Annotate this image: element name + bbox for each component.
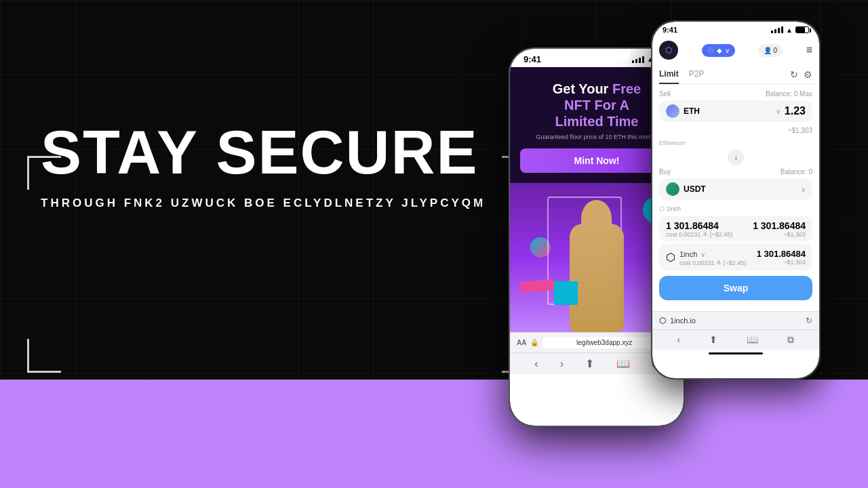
inch-signal <box>771 26 783 33</box>
ethereum-label: Ethereum <box>659 140 812 146</box>
inch-from-text: 1inch <box>667 205 682 212</box>
inch-result-amount: 1 301.86484 <box>757 249 806 259</box>
inch-result-amounts: 1 301.86484 ~$1,303 <box>757 249 806 266</box>
inch-sell-label: Sell <box>659 90 671 98</box>
inch-network-button[interactable]: ◆ ∨ <box>702 44 735 57</box>
inch-amount-row-1: 1 301.86484 cost 0.00231 ≙ (~$2.45) 1 30… <box>659 216 812 242</box>
inch-buy-label: Buy <box>659 168 671 176</box>
inch-swap-icon: ⬡ <box>666 251 675 264</box>
phone-secondary-screen: 9:41 ▲ ⬡ ◆ ∨ 👤 <box>652 22 819 378</box>
s4 <box>781 26 783 33</box>
s3 <box>778 28 780 33</box>
inch-buy-row: Buy Balance: 0 <box>659 168 812 178</box>
inch-tab-icons: ↻ ⚙ <box>790 69 812 80</box>
inch-from-icon: ⬡ <box>659 205 665 212</box>
s2 <box>774 29 776 33</box>
inch-battery-fill <box>796 27 805 33</box>
deco-rect-cyan <box>554 281 578 305</box>
inch-wallet-button[interactable]: 👤 0 <box>758 44 783 57</box>
inch-sell-row: Sell Balance: 0 Max <box>659 90 812 100</box>
signal-bar-4 <box>642 56 644 63</box>
inch-nav-tabs[interactable]: ⧉ <box>787 334 794 346</box>
eth-token-icon <box>666 104 679 118</box>
usdt-token-name: USDT <box>684 184 797 194</box>
inch-network-dot <box>707 47 714 54</box>
signal-bar-3 <box>639 58 641 63</box>
inch-domain: 1inch.io <box>670 317 802 325</box>
s1 <box>771 30 773 33</box>
browser-aa[interactable]: AA <box>517 339 526 346</box>
inch-swap-button[interactable]: Swap <box>659 276 812 300</box>
nft-title-highlight: Free <box>612 81 641 96</box>
inch-wallet-count: 0 <box>773 47 777 54</box>
nav-share-icon[interactable]: ⬆ <box>585 357 594 370</box>
background-bottom <box>0 380 868 488</box>
inch-reload-icon[interactable]: ↻ <box>806 316 812 325</box>
inch-buy-balance: Balance: 0 <box>781 168 812 176</box>
bracket-bottom-left <box>27 339 61 373</box>
inch-refresh-icon[interactable]: ↻ <box>790 69 798 80</box>
inch-nav-back[interactable]: ‹ <box>677 334 681 346</box>
nav-forward-icon[interactable]: › <box>560 358 564 370</box>
inch-cost-1: cost 0.00231 ≙ (~$2.45) <box>666 231 732 238</box>
usdt-chevron-icon: ∨ <box>801 186 806 193</box>
inch-amount-1-right: 1 301.86484 ~$1,303 <box>753 220 806 238</box>
inch-cost-2: cost 0.00231 ≙ (~$2.45) <box>679 260 746 266</box>
inch-result-sub: ~$1,303 <box>757 259 806 266</box>
inch-wifi-icon: ▲ <box>786 26 793 34</box>
inch-nav-share[interactable]: ⬆ <box>709 334 717 346</box>
inch-filter-icon[interactable]: ⚙ <box>804 69 812 80</box>
inch-amount-1-label: 1 301.86484 cost 0.00231 ≙ (~$2.45) <box>666 220 732 238</box>
signal-bars <box>632 56 644 63</box>
notch <box>563 49 631 62</box>
inch-swap-info: 1inch ∨ cost 0.00231 ≙ (~$2.45) <box>679 247 746 266</box>
inch-chevron-icon: ∨ <box>725 47 730 54</box>
browser-url[interactable]: legitweb3dapp.xyz <box>542 337 666 348</box>
phone-secondary: 9:41 ▲ ⬡ ◆ ∨ 👤 <box>651 20 821 380</box>
inch-status-icons: ▲ <box>771 26 809 34</box>
eth-amount: 1.23 <box>785 105 806 117</box>
nft-statue <box>549 197 644 332</box>
main-title: STAY SECURE <box>41 122 502 183</box>
eth-sub-amount: ~$1,303 <box>659 123 812 136</box>
tab-limit[interactable]: Limit <box>659 65 679 84</box>
inch-favicon: ⬡ <box>659 316 666 325</box>
inch-status-bar: 9:41 ▲ <box>652 22 819 35</box>
eth-token-name: ETH <box>684 106 772 116</box>
inch-nav: ‹ ⬆ 📖 ⧉ <box>652 329 819 350</box>
nav-back-icon[interactable]: ‹ <box>534 358 538 370</box>
inch-logo-icon: ⬡ <box>665 45 672 55</box>
inch-balance-label: Balance: 0 Max <box>766 90 812 98</box>
signal-bar-1 <box>632 60 634 63</box>
inch-from-label: ⬡ 1inch <box>659 205 812 212</box>
eth-chevron-icon: ∨ <box>776 108 781 115</box>
sub-title: THROUGH FNK2 UZWUCK BOE ECLYDLNETZY JLYP… <box>41 197 502 210</box>
signal-bar-2 <box>635 59 637 63</box>
inch-logo: ⬡ <box>659 41 678 60</box>
inch-bottom-bar: ⬡ 1inch.io ↻ <box>652 311 819 329</box>
statue-body <box>570 224 624 332</box>
inch-body: Sell Balance: 0 Max ETH ∨ 1.23 ~$1,303 E… <box>652 85 819 311</box>
inch-sell-token[interactable]: ETH ∨ 1.23 <box>659 100 812 122</box>
status-time: 9:41 <box>524 54 541 64</box>
swap-arrow-icon[interactable]: ↓ <box>728 149 744 165</box>
inch-home-indicator <box>709 352 763 354</box>
nav-bookmarks-icon[interactable]: 📖 <box>616 357 630 370</box>
nft-title-line3: Limited Time <box>555 114 639 129</box>
inch-amount-1-sub: ~$1,303 <box>753 231 806 238</box>
nft-title-line2: NFT For A <box>564 98 629 113</box>
inch-swap-label: 1inch <box>679 250 697 258</box>
inch-tabs: Limit P2P ↻ ⚙ <box>652 65 819 85</box>
browser-icon: 🔒 <box>530 339 538 346</box>
inch-network-label: ◆ <box>717 47 722 54</box>
eth-usd-value: ~$1,303 <box>788 127 812 134</box>
inch-menu-icon[interactable]: ≡ <box>806 44 812 56</box>
inch-buy-token[interactable]: USDT ∨ <box>659 178 812 200</box>
tab-p2p[interactable]: P2P <box>689 65 705 84</box>
inch-status-time: 9:41 <box>663 26 677 34</box>
inch-amount-1: 1 301.86484 <box>666 220 732 231</box>
inch-nav-bookmarks[interactable]: 📖 <box>747 334 758 346</box>
inch-header: ⬡ ◆ ∨ 👤 0 ≡ <box>652 35 819 65</box>
usdt-token-icon <box>666 182 679 196</box>
left-content: STAY SECURE THROUGH FNK2 UZWUCK BOE ECLY… <box>41 122 502 210</box>
